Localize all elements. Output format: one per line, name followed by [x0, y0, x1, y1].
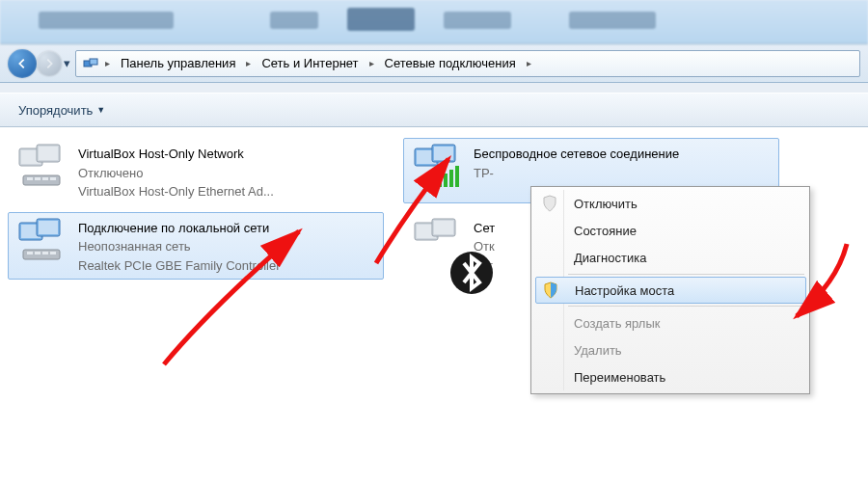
- chevron-right-icon[interactable]: ▸: [523, 58, 535, 68]
- breadcrumb-bar[interactable]: ▸ Панель управления ▸ Сеть и Интернет ▸ …: [75, 50, 860, 77]
- menu-separator: [568, 306, 804, 307]
- breadcrumb-segment[interactable]: Сетевые подключения: [378, 51, 523, 76]
- connection-name: VirtualBox Host-Only Network: [78, 145, 274, 164]
- chevron-right-icon[interactable]: ▸: [101, 58, 114, 68]
- connection-item[interactable]: Подключение по локальной сети Неопознанн…: [8, 212, 384, 281]
- svg-rect-16: [438, 177, 442, 187]
- context-menu: Отключить Состояние Диагностика Настройк…: [530, 186, 810, 394]
- toolbar: Упорядочить ▼: [0, 93, 868, 127]
- svg-rect-17: [444, 174, 448, 187]
- chevron-right-icon[interactable]: ▸: [242, 58, 255, 68]
- shield-icon: [541, 195, 558, 212]
- svg-rect-14: [434, 147, 453, 160]
- svg-rect-1: [90, 59, 97, 65]
- connection-status: TP-: [474, 164, 679, 183]
- svg-rect-15: [432, 181, 436, 187]
- connection-device: Realtek PCIe GBE Family Controller: [78, 256, 281, 276]
- context-menu-rename[interactable]: Переименовать: [535, 363, 806, 390]
- back-button[interactable]: [8, 49, 37, 78]
- svg-rect-19: [455, 166, 459, 187]
- connection-item[interactable]: VirtualBox Host-Only Network Отключено V…: [8, 138, 384, 206]
- window-titlebar: [0, 0, 868, 44]
- svg-rect-18: [449, 170, 453, 187]
- connection-name: Подключение по локальной сети: [78, 219, 281, 238]
- connection-status: Неопознанная сеть: [78, 237, 281, 256]
- breadcrumb-segment[interactable]: Панель управления: [114, 51, 242, 76]
- svg-rect-26: [35, 252, 41, 254]
- network-location-icon: [82, 55, 99, 72]
- connection-name: Сет: [474, 219, 495, 238]
- network-adapter-disabled-icon: [14, 143, 70, 199]
- svg-rect-32: [434, 221, 453, 234]
- svg-rect-25: [27, 252, 33, 254]
- organize-button[interactable]: Упорядочить ▼: [10, 98, 114, 122]
- svg-rect-28: [50, 252, 56, 254]
- svg-rect-7: [27, 177, 33, 180]
- network-adapter-bluetooth-icon: [410, 217, 466, 273]
- svg-rect-10: [50, 177, 56, 180]
- shield-icon: [542, 281, 559, 299]
- navbar: ▾ ▸ Панель управления ▸ Сеть и Интернет …: [0, 44, 868, 83]
- forward-button[interactable]: [37, 51, 62, 76]
- bluetooth-icon: [445, 250, 468, 273]
- network-adapter-icon: [14, 217, 70, 273]
- chevron-down-icon: ▼: [96, 105, 105, 115]
- breadcrumb-segment[interactable]: Сеть и Интернет: [255, 51, 365, 76]
- context-menu-diagnostics[interactable]: Диагностика: [535, 244, 806, 271]
- context-menu-delete: Удалить: [535, 336, 806, 363]
- connection-device: VirtualBox Host-Only Ethernet Ad...: [78, 182, 274, 201]
- context-menu-bridge[interactable]: Настройка моста: [535, 277, 806, 304]
- svg-rect-27: [42, 252, 48, 254]
- menu-separator: [568, 274, 804, 275]
- svg-rect-5: [39, 147, 58, 160]
- nav-history-dropdown[interactable]: ▾: [62, 54, 71, 73]
- network-adapter-wireless-icon: [410, 143, 466, 199]
- context-menu-disable[interactable]: Отключить: [535, 190, 806, 217]
- connection-name: Беспроводное сетевое соединение: [474, 145, 679, 164]
- chevron-right-icon[interactable]: ▸: [366, 58, 378, 68]
- svg-rect-8: [35, 177, 41, 180]
- svg-rect-9: [42, 177, 48, 180]
- context-menu-status[interactable]: Состояние: [535, 217, 806, 244]
- connection-status: Отключено: [78, 164, 274, 183]
- connection-item[interactable]: Сет Отк Уст: [403, 212, 529, 281]
- svg-rect-23: [39, 221, 58, 234]
- content-area: VirtualBox Host-Only Network Отключено V…: [0, 127, 868, 482]
- context-menu-shortcut: Создать ярлык: [535, 309, 806, 336]
